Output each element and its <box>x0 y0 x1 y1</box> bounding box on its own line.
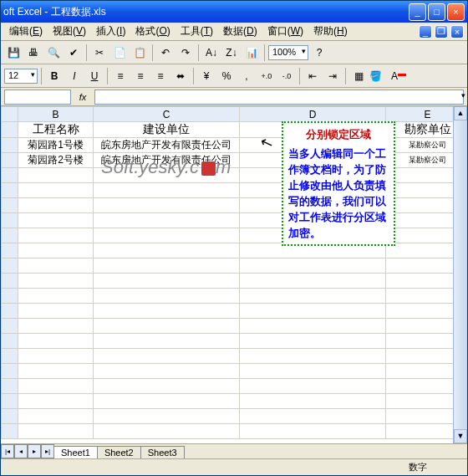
tab-nav-prev-icon[interactable]: ◂ <box>14 444 28 458</box>
cell[interactable] <box>18 274 94 289</box>
cell[interactable] <box>240 289 386 304</box>
chart-icon[interactable]: 📊 <box>242 44 261 62</box>
row-header[interactable] <box>2 394 18 409</box>
underline-icon[interactable]: U <box>85 67 104 85</box>
row-header[interactable] <box>2 228 18 243</box>
row-header[interactable] <box>2 334 18 349</box>
row-header[interactable] <box>2 304 18 319</box>
menu-help[interactable]: 帮助(H) <box>308 23 353 40</box>
col-header-c[interactable]: C <box>94 107 240 122</box>
decrease-decimal-icon[interactable]: -.0 <box>277 67 296 85</box>
cell[interactable]: 皖东房地产开发有限责任公司 <box>94 138 240 153</box>
row-header[interactable] <box>2 122 18 138</box>
menu-view[interactable]: 视图(V) <box>48 23 91 40</box>
cell[interactable] <box>94 213 240 228</box>
paste-icon[interactable]: 📋 <box>130 44 149 62</box>
cut-icon[interactable]: ✂ <box>90 44 109 62</box>
maximize-button[interactable]: □ <box>428 3 445 21</box>
cell[interactable] <box>240 349 386 364</box>
row-header[interactable] <box>2 243 18 258</box>
cell[interactable]: 菊园路2号楼 <box>18 153 94 168</box>
merge-icon[interactable]: ⬌ <box>171 67 190 85</box>
cell-header-builder[interactable]: 建设单位 <box>94 122 240 138</box>
cell[interactable] <box>18 334 94 349</box>
doc-minimize-button[interactable]: _ <box>419 25 432 38</box>
cell[interactable] <box>94 334 240 349</box>
cell[interactable] <box>94 168 240 183</box>
tab-nav-first-icon[interactable]: |◂ <box>1 444 14 458</box>
scroll-up-icon[interactable]: ▲ <box>454 106 467 120</box>
cell[interactable] <box>240 319 386 334</box>
cell[interactable] <box>18 168 94 183</box>
row-header[interactable] <box>2 289 18 304</box>
currency-icon[interactable]: ¥ <box>197 67 216 85</box>
cell[interactable] <box>240 394 386 409</box>
name-box[interactable] <box>4 90 71 105</box>
row-header[interactable] <box>2 153 18 168</box>
fx-label[interactable]: fx <box>74 92 91 102</box>
percent-icon[interactable]: % <box>217 67 236 85</box>
italic-icon[interactable]: I <box>65 67 84 85</box>
fontsize-combo[interactable]: 12 <box>4 69 38 84</box>
row-header[interactable] <box>2 183 18 198</box>
cell[interactable] <box>94 304 240 319</box>
col-header-b[interactable]: B <box>18 107 94 122</box>
cell[interactable] <box>18 319 94 334</box>
cell[interactable] <box>18 304 94 319</box>
cell[interactable] <box>94 183 240 198</box>
doc-restore-button[interactable]: ❐ <box>435 25 448 38</box>
cell[interactable] <box>240 409 386 424</box>
undo-icon[interactable]: ↶ <box>156 44 175 62</box>
row-header[interactable] <box>2 213 18 228</box>
spell-icon[interactable]: ✔ <box>64 44 83 62</box>
copy-icon[interactable]: 📄 <box>110 44 129 62</box>
cell[interactable] <box>240 334 386 349</box>
cell[interactable] <box>94 409 240 424</box>
redo-icon[interactable]: ↷ <box>176 44 195 62</box>
scroll-down-icon[interactable]: ▼ <box>454 429 467 443</box>
row-header[interactable] <box>2 274 18 289</box>
row-header[interactable] <box>2 138 18 153</box>
cell[interactable] <box>94 258 240 274</box>
cell[interactable] <box>94 394 240 409</box>
menu-edit[interactable]: 编辑(E) <box>4 23 48 40</box>
cell[interactable] <box>94 274 240 289</box>
cell[interactable] <box>18 183 94 198</box>
tab-sheet1[interactable]: Sheet1 <box>53 446 98 458</box>
cell[interactable] <box>18 349 94 364</box>
row-header[interactable] <box>2 409 18 424</box>
cell[interactable] <box>18 394 94 409</box>
menu-tools[interactable]: 工具(T) <box>176 23 218 40</box>
cell[interactable] <box>18 258 94 274</box>
borders-icon[interactable]: ▦ <box>349 67 368 85</box>
cell[interactable] <box>18 213 94 228</box>
cell[interactable]: 皖东房地产开发有限责任公司 <box>94 153 240 168</box>
cell[interactable] <box>240 424 386 439</box>
formula-input[interactable] <box>94 90 464 105</box>
comma-icon[interactable]: , <box>237 67 256 85</box>
align-center-icon[interactable]: ≡ <box>131 67 150 85</box>
row-header[interactable] <box>2 319 18 334</box>
sort-asc-icon[interactable]: A↓ <box>202 44 221 62</box>
sort-desc-icon[interactable]: Z↓ <box>222 44 241 62</box>
cell[interactable] <box>18 424 94 439</box>
row-header[interactable] <box>2 364 18 379</box>
cell-header-name[interactable]: 工程名称 <box>18 122 94 138</box>
vertical-scrollbar[interactable]: ▲ ▼ <box>453 106 467 443</box>
cell[interactable] <box>18 228 94 243</box>
doc-close-button[interactable]: × <box>450 25 464 38</box>
cell[interactable] <box>18 364 94 379</box>
row-header[interactable] <box>2 424 18 439</box>
cell[interactable] <box>240 304 386 319</box>
row-header[interactable] <box>2 258 18 274</box>
cell[interactable] <box>94 379 240 394</box>
cell[interactable] <box>240 379 386 394</box>
cell[interactable] <box>94 289 240 304</box>
align-right-icon[interactable]: ≡ <box>151 67 170 85</box>
font-color-icon[interactable]: A <box>389 67 408 85</box>
preview-icon[interactable]: 🔍 <box>44 44 63 62</box>
cell[interactable] <box>94 319 240 334</box>
cell[interactable] <box>18 409 94 424</box>
help-icon[interactable]: ? <box>310 44 328 62</box>
row-header[interactable] <box>2 379 18 394</box>
